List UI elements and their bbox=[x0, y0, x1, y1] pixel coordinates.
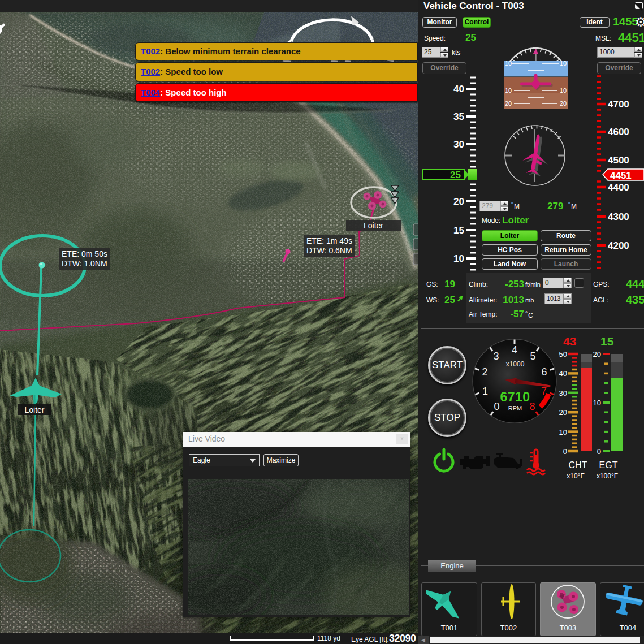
svg-text:CHT: CHT bbox=[569, 460, 587, 470]
svg-text:10: 10 bbox=[560, 60, 567, 67]
svg-text:6710: 6710 bbox=[500, 390, 530, 404]
svg-text:x10°F: x10°F bbox=[567, 472, 584, 480]
svg-text:50: 50 bbox=[559, 350, 567, 358]
svg-text:6: 6 bbox=[541, 366, 547, 378]
svg-text:20: 20 bbox=[453, 196, 464, 207]
svg-text:15: 15 bbox=[453, 225, 464, 236]
svg-text:30: 30 bbox=[453, 139, 464, 150]
svg-text:2: 2 bbox=[482, 366, 487, 378]
svg-text:4700: 4700 bbox=[608, 99, 629, 110]
svg-text:10: 10 bbox=[559, 428, 567, 436]
svg-text:40: 40 bbox=[559, 369, 567, 378]
svg-text:10: 10 bbox=[593, 399, 601, 407]
svg-text:20: 20 bbox=[560, 100, 567, 107]
svg-text:10: 10 bbox=[453, 253, 464, 264]
svg-text:0: 0 bbox=[597, 447, 601, 456]
svg-text:x100°F: x100°F bbox=[597, 472, 618, 480]
svg-text:10: 10 bbox=[505, 60, 512, 67]
svg-text:4200: 4200 bbox=[608, 240, 629, 251]
svg-text:0: 0 bbox=[494, 401, 499, 412]
svg-text:EGT: EGT bbox=[599, 460, 618, 470]
svg-text:20: 20 bbox=[505, 100, 512, 107]
svg-text:5: 5 bbox=[530, 351, 535, 362]
svg-text:RPM: RPM bbox=[508, 405, 522, 412]
svg-text:10: 10 bbox=[505, 87, 512, 94]
svg-text:20: 20 bbox=[559, 408, 567, 417]
svg-text:7: 7 bbox=[541, 386, 547, 397]
svg-text:4500: 4500 bbox=[608, 155, 629, 166]
svg-text:30: 30 bbox=[559, 389, 567, 397]
svg-text:3: 3 bbox=[493, 351, 499, 362]
svg-text:1: 1 bbox=[482, 386, 488, 397]
svg-text:4: 4 bbox=[512, 344, 517, 356]
svg-text:x1000: x1000 bbox=[506, 360, 525, 368]
svg-text:20: 20 bbox=[593, 350, 601, 358]
svg-text:4600: 4600 bbox=[608, 127, 629, 137]
svg-text:4451: 4451 bbox=[610, 170, 632, 181]
svg-text:4300: 4300 bbox=[608, 211, 629, 222]
svg-text:0: 0 bbox=[563, 447, 567, 456]
svg-text:8: 8 bbox=[529, 401, 535, 412]
svg-text:4400: 4400 bbox=[608, 182, 629, 193]
svg-text:40: 40 bbox=[453, 84, 464, 94]
svg-text:35: 35 bbox=[453, 111, 464, 122]
svg-text:10: 10 bbox=[560, 87, 567, 94]
